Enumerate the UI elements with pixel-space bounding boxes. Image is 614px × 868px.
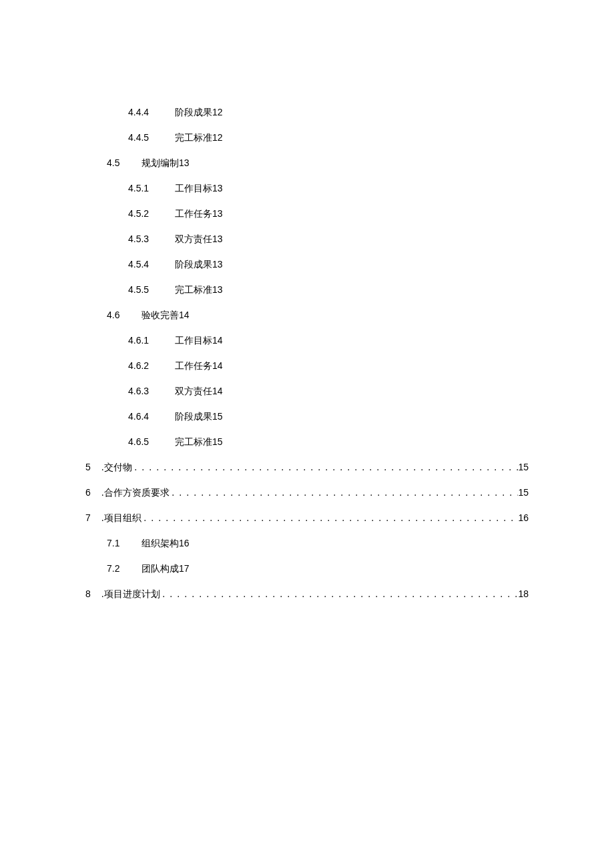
toc-entry-title: 合作方资质要求: [104, 487, 170, 499]
toc-entry-number: 7: [85, 512, 101, 523]
toc-entry: 4.5.2工作任务13: [85, 208, 529, 220]
toc-entry: 4.5.4阶段成果13: [85, 259, 529, 271]
toc-entry-number: 5: [85, 462, 101, 472]
toc-entry: 4.6.3双方责任14: [85, 386, 529, 398]
toc-entry: 4.4.4阶段成果12: [85, 107, 529, 119]
toc-entry-page: 13: [212, 183, 223, 193]
toc-entry-title: 工作任务: [175, 208, 212, 220]
toc-entry-title: 验收完善: [141, 310, 179, 322]
toc-entry-number: 4.5.4: [128, 259, 175, 270]
toc-dot-leader: . . . . . . . . . . . . . . . . . . . . …: [160, 589, 519, 600]
toc-entry-page: 12: [212, 107, 223, 117]
toc-entry-number: 4.6.2: [128, 360, 175, 371]
toc-entry-title: 完工标准: [175, 284, 212, 296]
toc-entry-number: 4.6.1: [128, 335, 175, 346]
toc-entry: 4.5.5完工标准13: [85, 284, 529, 296]
toc-entry-number: 4.5: [107, 157, 141, 168]
toc-entry-page: 15: [212, 436, 223, 447]
toc-entry-page: 13: [212, 284, 223, 295]
toc-entry-title: 阶段成果: [175, 411, 212, 423]
toc-entry: 4.6.4阶段成果15: [85, 411, 529, 423]
toc-entry-title: 规划编制: [141, 157, 179, 169]
toc-entry-title: 阶段成果: [175, 107, 212, 119]
toc-entry-title: 双方责任: [175, 234, 212, 246]
toc-entry-page: 17: [179, 563, 190, 574]
toc-entry-title: 工作目标: [175, 183, 212, 195]
toc-entry-number: 4.6.4: [128, 411, 175, 422]
toc-entry-number: 4.6.3: [128, 386, 175, 396]
toc-entry-number: 4.4.4: [128, 107, 175, 117]
toc-entry-title: 阶段成果: [175, 259, 212, 271]
toc-entry-number: 4.4.5: [128, 132, 175, 143]
toc-entry: 4.6.1工作目标14: [85, 335, 529, 347]
toc-entry-page: 16: [179, 538, 190, 548]
toc-entry-page: 12: [212, 132, 223, 143]
toc-entry: 4.6验收完善14: [85, 310, 529, 322]
toc-entry-title: 完工标准: [175, 132, 212, 144]
toc-entry: 5.交付物. . . . . . . . . . . . . . . . . .…: [85, 462, 529, 474]
toc-entry-number: 7.2: [107, 563, 141, 574]
toc-entry: 4.4.5完工标准12: [85, 132, 529, 144]
toc-entry: 4.5.3双方责任13: [85, 234, 529, 246]
toc-entry: 6.合作方资质要求. . . . . . . . . . . . . . . .…: [85, 487, 529, 499]
toc-entry-page: 13: [212, 259, 223, 270]
toc-entry-page: 13: [179, 157, 190, 168]
toc-entry: 4.5.1工作目标13: [85, 183, 529, 195]
toc-entry: 4.6.5完工标准15: [85, 436, 529, 448]
toc-entry-page: 14: [179, 310, 190, 320]
table-of-contents: 4.4.4阶段成果124.4.5完工标准124.5规划编制134.5.1工作目标…: [85, 107, 529, 600]
toc-entry-number: 4.5.1: [128, 183, 175, 193]
toc-entry-page: 14: [212, 386, 223, 396]
toc-entry: 4.5规划编制13: [85, 157, 529, 169]
toc-entry-title: 项目组织: [104, 512, 141, 524]
toc-entry-title: 工作任务: [175, 360, 212, 372]
toc-entry-title: 双方责任: [175, 386, 212, 398]
toc-entry-page: 14: [212, 360, 223, 371]
toc-entry-title: 完工标准: [175, 436, 212, 448]
toc-entry-number: 4.5.3: [128, 234, 175, 244]
toc-entry-number: 4.6: [107, 310, 141, 320]
toc-entry-number: 8: [85, 588, 101, 599]
toc-entry-page: 18: [518, 588, 529, 599]
toc-entry-title: 项目进度计划: [104, 588, 160, 600]
toc-entry: 7.1组织架构16: [85, 538, 529, 550]
toc-entry-title: 交付物: [104, 462, 132, 474]
toc-entry-number: 4.5.2: [128, 208, 175, 219]
toc-entry-number: 7.1: [107, 538, 141, 548]
toc-dot-leader: . . . . . . . . . . . . . . . . . . . . …: [132, 462, 519, 473]
toc-entry-number: 6: [85, 487, 101, 498]
toc-entry: 8.项目进度计划. . . . . . . . . . . . . . . . …: [85, 588, 529, 600]
toc-entry-page: 15: [518, 462, 529, 472]
toc-entry: 7.项目组织. . . . . . . . . . . . . . . . . …: [85, 512, 529, 524]
toc-entry-title: 工作目标: [175, 335, 212, 347]
toc-entry-title: 团队构成: [141, 563, 179, 575]
toc-entry-title: 组织架构: [141, 538, 179, 550]
toc-entry-number: 4.5.5: [128, 284, 175, 295]
toc-entry-page: 13: [212, 208, 223, 219]
toc-dot-leader: . . . . . . . . . . . . . . . . . . . . …: [170, 488, 519, 498]
toc-entry-page: 14: [212, 335, 223, 346]
toc-dot-leader: . . . . . . . . . . . . . . . . . . . . …: [141, 513, 519, 524]
toc-entry-page: 15: [518, 487, 529, 498]
toc-entry-page: 15: [212, 411, 223, 422]
toc-entry-page: 16: [518, 512, 529, 523]
toc-entry: 4.6.2工作任务14: [85, 360, 529, 372]
toc-entry-page: 13: [212, 234, 223, 244]
toc-entry: 7.2团队构成17: [85, 563, 529, 575]
toc-entry-number: 4.6.5: [128, 436, 175, 447]
